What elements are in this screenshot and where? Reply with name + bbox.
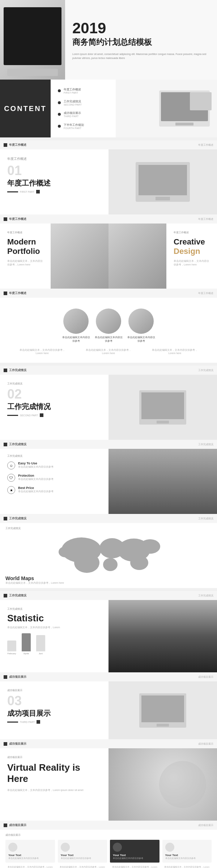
creative-image — [109, 224, 166, 289]
work1-label-square — [4, 369, 7, 372]
content-item-2: 工作完成情况SECOND PART — [58, 99, 109, 106]
divider-2 — [0, 363, 217, 366]
work2-left: 工作完成情况 ☺ Easy To Use 单击此处编辑文本内容仅供参考 🛡 Pr… — [0, 449, 109, 514]
divider-3 — [0, 588, 217, 591]
label-bar-square — [4, 143, 7, 147]
work2-item-1: ☺ Easy To Use 单击此处编辑文本内容仅供参考 — [7, 461, 101, 469]
grid-text-2: 单击此处编辑文本内容仅供参考 — [61, 857, 105, 860]
vr-label-right: 成功项目展示 — [198, 742, 213, 746]
annual-meta: FIRST PART — [20, 191, 34, 193]
vr-circle — [159, 761, 206, 808]
slide-icons: 单击此处编辑文本内容仅供参考 单击此处编辑文本内容仅供参考 单击此处编辑文本内容… — [0, 298, 217, 363]
slide-modern-creative: 年度工作概述 Modern Portfolio 单击此处编辑文本，文本内容仅供参… — [0, 224, 217, 289]
slide-success1: 成功项目展示 03 成功项目展示 THIRD PART — [0, 681, 217, 739]
stat-label-right: 工作完成情况 — [198, 594, 213, 597]
work1-meta: SECOND PART — [20, 414, 38, 417]
svg-point-6 — [130, 556, 148, 570]
vr-text: 单击此处编辑文本，文本内容仅供参考，Lorem ipsum dolor sit … — [7, 788, 101, 792]
slide-work1: 工作完成情况 02 工作完成情况 SECOND PART — [0, 375, 217, 440]
success1-title: 成功项目展示 — [7, 709, 101, 718]
creative-desc: 单击此处编辑文本，文本内容仅供参考，Lorem here — [174, 259, 210, 267]
icon-circle-img-1 — [63, 309, 89, 334]
svg-point-7 — [59, 546, 72, 557]
icon-item-2: 单击此处编辑文本内容仅供参考 — [94, 309, 123, 343]
success1-right-image — [109, 681, 217, 739]
content-dot-1 — [58, 89, 61, 92]
grid-label-sm: 成功项目展示 — [5, 833, 212, 837]
work1-meta-square — [40, 413, 43, 417]
grid-item-1: Your Text 单击此处编辑文本内容仅供参考 — [5, 840, 55, 863]
content-item-3: 成功项目展示THIRD PART — [58, 111, 109, 118]
content-dot-3 — [58, 113, 61, 116]
monitor-large-screen — [139, 165, 187, 195]
vr-left: 成功项目展示 Virtual Reality is Here 单击此处编辑文本，… — [0, 748, 109, 821]
success1-left: 成功项目展示 03 成功项目展示 THIRD PART — [0, 681, 109, 739]
success1-screen — [141, 695, 184, 722]
stat-bar-label-2: Aprile — [24, 652, 29, 655]
icon-item-text-3: 单击此处编辑文本内容仅供参考 — [127, 336, 156, 343]
icons-extra-2: 单击此处编辑文本，文本内容仅供参考，Lorem here — [85, 348, 132, 354]
success1-monitor — [139, 693, 186, 728]
success1-label-text: 成功项目展示 — [9, 675, 26, 679]
annual-right-image — [109, 149, 217, 214]
stat-image-bg — [109, 600, 217, 672]
grid-item-3: Your Text 单击此处编辑文本内容仅供参考 — [110, 840, 159, 863]
hero-laptop-image — [0, 0, 65, 80]
grid-bottom-3: 单击此处编辑文本，文本内容仅供参考，Lorem here — [110, 865, 159, 868]
work1-monitor-stand — [157, 421, 169, 424]
success1-label-bar: 成功项目展示 成功项目展示 — [0, 672, 217, 681]
icon-item-text-2: 单击此处编辑文本内容仅供参考 — [94, 336, 123, 343]
work2-label-text: 工作完成情况 — [9, 442, 26, 446]
creative-design-panel: 年度工作概述 Creative Design 单击此处编辑文本，文本内容仅供参考… — [109, 224, 217, 289]
icons-extra-3: 单击此处编辑文本，文本内容仅供参考，Lorem here — [151, 348, 198, 354]
stat-chart: February Aprile Juni — [7, 633, 101, 655]
content-dot-2 — [58, 101, 61, 104]
success1-label-square — [4, 675, 7, 679]
stat-bar-block-3 — [36, 635, 45, 651]
annual-label-bar-right: 年度工作概述 — [198, 143, 213, 147]
icons-row: 单击此处编辑文本内容仅供参考 单击此处编辑文本内容仅供参考 单击此处编辑文本内容… — [5, 303, 212, 348]
content-item-text-1: 年度工作概述 — [64, 88, 81, 92]
icons-extra-row: 单击此处编辑文本，文本内容仅供参考，Lorem here 单击此处编辑文本，文本… — [5, 348, 212, 354]
annual-meta-line — [7, 191, 18, 192]
hero-year: 2019 — [72, 20, 210, 37]
svg-point-5 — [103, 558, 118, 571]
grid-text-1: 单击此处编辑文本内容仅供参考 — [8, 857, 52, 860]
work2-right-image — [109, 449, 217, 514]
map-label-right: 工作完成情况 — [198, 517, 213, 520]
content-dot-4 — [58, 125, 61, 128]
content-item-text-4: 下半年工作规划 — [64, 123, 84, 127]
grid-row: Your Text 单击此处编辑文本内容仅供参考 Your Text 单击此处编… — [5, 840, 212, 863]
hero-text: Lorem ipsum dolor sit amet, consectetuer… — [72, 52, 210, 60]
work1-monitor-body — [139, 390, 186, 425]
monitor-side — [190, 92, 212, 110]
slide-content: CONTENT 年度工作概述FIRST PART 工作完成情况SECOND PA… — [0, 80, 217, 137]
icon-circle-2 — [96, 309, 121, 334]
monitor-stand — [175, 123, 193, 125]
modern-image — [51, 224, 109, 289]
map-text: 单击此处编辑文本，文本内容仅供参考，Lorem here — [5, 581, 212, 585]
grid-bottom-4: 单击此处编辑文本，文本内容仅供参考，Lorem here — [162, 865, 212, 868]
content-item-sub-1: FIRST PART — [64, 92, 81, 94]
work1-label-right: 工作完成情况 — [198, 369, 213, 372]
grid-row-2: 单击此处编辑文本，文本内容仅供参考，Lorem here 单击此处编辑文本，文本… — [5, 865, 212, 868]
modern-portfolio-panel: 年度工作概述 Modern Portfolio 单击此处编辑文本，文本内容仅供参… — [0, 224, 109, 289]
stat-bar-2: Aprile — [22, 633, 31, 655]
work2-image-bg — [109, 449, 217, 514]
slide-grid: 成功项目展示 Your Text 单击此处编辑文本内容仅供参考 Your Tex… — [0, 830, 217, 868]
work2-item-content-1: Easy To Use 单击此处编辑文本内容仅供参考 — [18, 461, 54, 469]
modern-title: Modern Portfolio — [7, 237, 43, 256]
grid-icon-4 — [165, 843, 174, 852]
grid-icon-2 — [61, 843, 70, 852]
icon-item-3: 单击此处编辑文本内容仅供参考 — [127, 309, 156, 343]
modern-label-text: 年度工作概述 — [9, 217, 26, 221]
creative-title-black: Creative — [174, 237, 205, 246]
icon-circle-3 — [128, 309, 154, 334]
vr-right-image — [109, 748, 217, 821]
creative-image-bg — [109, 224, 166, 289]
creative-title-gold: Design — [174, 247, 200, 256]
grid-text-3: 单击此处编辑文本内容仅供参考 — [113, 857, 157, 860]
annual-num: 01 — [7, 163, 101, 178]
grid-label-bar: 成功项目展示 成功项目展示 — [0, 821, 217, 830]
work1-right-image — [109, 375, 217, 440]
